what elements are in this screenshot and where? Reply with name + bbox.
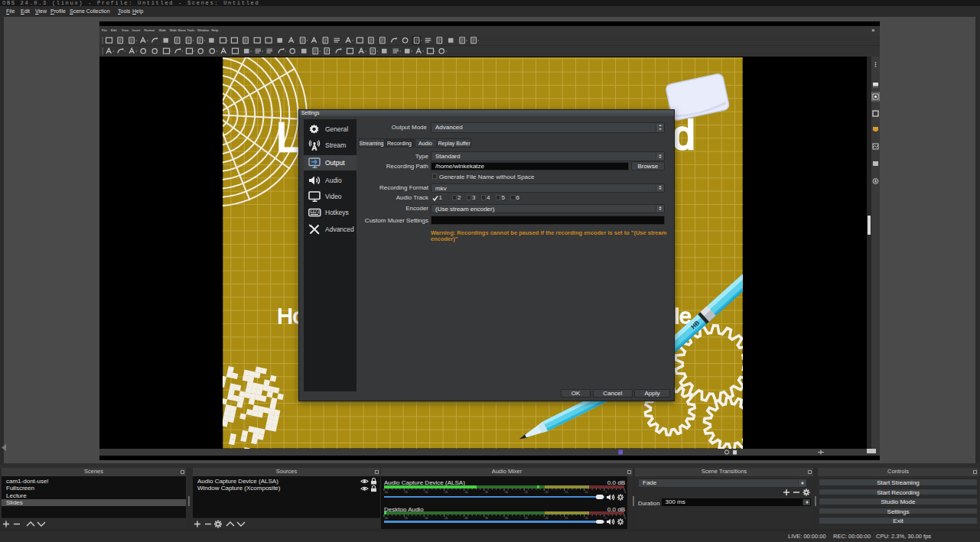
svg-text:A: A [312,144,317,151]
svg-text:-10: -10 [584,517,588,520]
svg-text:-45: -45 [444,517,448,520]
svg-text:-60: -60 [384,517,388,520]
svg-text:-20: -20 [545,491,549,494]
svg-text:-15: -15 [565,517,568,520]
svg-text:-25: -25 [524,517,528,520]
svg-text:-35: -35 [484,517,488,520]
svg-text:-50: -50 [425,491,428,494]
svg-text:L: L [276,115,298,160]
svg-text:-55: -55 [404,491,408,494]
svg-text:-20: -20 [545,517,549,520]
svg-text:-50: -50 [425,517,428,520]
svg-text:-30: -30 [504,491,508,494]
svg-text:-55: -55 [404,517,408,520]
svg-text:-10: -10 [584,491,588,494]
svg-text:-15: -15 [565,491,568,494]
svg-text:-40: -40 [464,491,468,494]
svg-text:-60: -60 [384,491,388,494]
svg-text:-30: -30 [504,517,508,520]
svg-text:-45: -45 [444,491,448,494]
svg-text:-40: -40 [464,517,468,520]
svg-text:-25: -25 [524,491,528,494]
svg-text:-35: -35 [484,491,488,494]
